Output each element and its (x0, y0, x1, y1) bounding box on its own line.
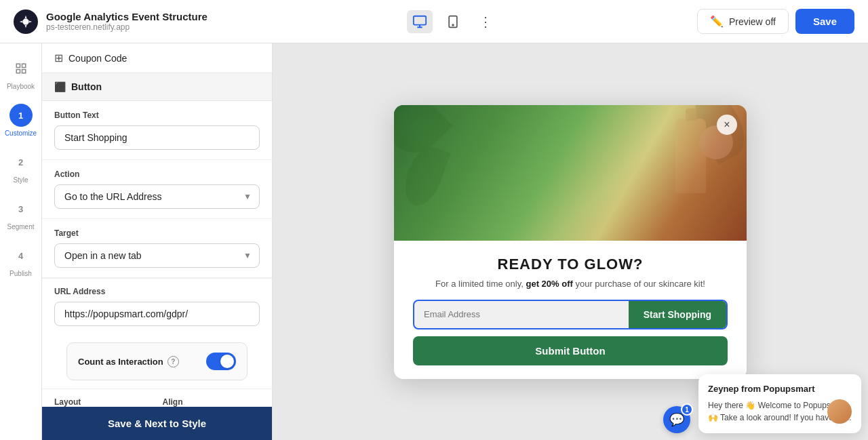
coupon-icon: ⊞ (54, 52, 63, 64)
image-bg (394, 105, 747, 241)
action-section: Action Go to the URL Address ▼ (42, 160, 272, 219)
button-text-section: Button Text (42, 101, 272, 160)
svg-rect-5 (22, 64, 25, 67)
sidebar-item-publish[interactable]: 4 Publish (0, 237, 41, 284)
sidebar-label-customize: Customize (5, 129, 37, 137)
publish-icon: 4 (9, 244, 33, 267)
header-left: Google Analytics Event Structure ps-test… (14, 9, 208, 34)
url-section: URL Address (42, 278, 272, 334)
button-text-label: Button Text (54, 111, 260, 120)
button-header-row: ⬛ Button (42, 73, 272, 101)
header-title: Google Analytics Event Structure (46, 11, 208, 22)
left-panel: ⊞ Coupon Code ⬛ Button Button Text Actio… (42, 43, 273, 440)
interaction-label: Count as Interaction (78, 357, 163, 367)
interaction-box: Count as Interaction ? (66, 342, 248, 380)
popup-input-row: [LU...] ⧉ 🗑 Start Shopping (413, 300, 728, 329)
url-input[interactable] (54, 302, 260, 326)
action-label: Action (54, 169, 260, 179)
sidebar-item-customize[interactable]: 1 Customize (0, 97, 41, 144)
desktop-view-button[interactable] (407, 10, 433, 33)
svg-point-3 (452, 24, 454, 26)
action-select-wrapper: Go to the URL Address ▼ (54, 184, 260, 209)
sidebar-item-playbook[interactable]: Playbook (0, 50, 41, 97)
app-logo (14, 9, 38, 34)
sidebar-label-playbook: Playbook (7, 83, 35, 90)
chat-badge: 1 (681, 403, 693, 416)
segment-icon: 3 (9, 197, 33, 220)
style-icon: 2 (9, 151, 33, 174)
interaction-label-row: Count as Interaction ? (78, 356, 179, 367)
target-select[interactable]: Open in a new tab (54, 243, 260, 268)
chat-fab-button[interactable]: 💬 1 (663, 406, 690, 433)
svg-rect-1 (414, 16, 426, 24)
chat-avatar (827, 399, 852, 424)
target-select-wrapper: Open in a new tab ▼ (54, 243, 260, 268)
sidebar-item-style[interactable]: 2 Style (0, 144, 41, 191)
svg-rect-4 (16, 64, 20, 67)
popup-submit-button[interactable]: Submit Button (413, 336, 728, 365)
popup-start-shopping-button[interactable]: Start Shopping (629, 301, 726, 328)
preview-off-button[interactable]: ✏️ Preview off (697, 9, 789, 34)
target-label: Target (54, 228, 260, 238)
svg-point-0 (22, 18, 28, 24)
layout-align-row: Layout ↔ ↕ Align Left Center Right (42, 388, 272, 407)
header-title-block: Google Analytics Event Structure ps-test… (46, 11, 208, 32)
interaction-section-wrapper: Count as Interaction ? (42, 334, 272, 388)
header-subtitle: ps-testceren.netlify.app (46, 22, 208, 32)
save-next-button[interactable]: Save & Next to Style (42, 407, 272, 440)
popup-image (394, 105, 747, 241)
customize-icon: 1 (9, 104, 33, 127)
popup-title: READY TO GLOW? (413, 256, 728, 273)
svg-rect-6 (16, 70, 20, 73)
coupon-label: Coupon Code (68, 53, 127, 64)
save-button[interactable]: Save (795, 9, 854, 34)
sidebar-label-style: Style (13, 176, 28, 184)
help-icon[interactable]: ? (167, 356, 179, 367)
popup-subtitle: For a limited time only, get 20% off you… (413, 279, 728, 289)
popup-body: READY TO GLOW? For a limited time only, … (394, 241, 747, 379)
popup-start-btn-wrapper: [LU...] ⧉ 🗑 Start Shopping (629, 301, 726, 328)
interaction-row: Count as Interaction ? (78, 353, 236, 370)
layout-block: Layout ↔ ↕ (54, 397, 152, 407)
target-section: Target Open in a new tab ▼ (42, 219, 272, 278)
sidebar-label-segment: Segment (7, 223, 34, 231)
header-right: ✏️ Preview off Save (697, 9, 854, 34)
button-section: ⬛ Button Button Text Action Go to the UR… (42, 73, 272, 407)
coupon-code-row[interactable]: ⊞ Coupon Code (42, 43, 272, 73)
mobile-view-button[interactable] (441, 10, 465, 33)
main: Playbook 1 Customize 2 Style 3 Segment 4… (0, 43, 868, 440)
align-block: Align Left Center Right (163, 397, 260, 407)
layout-label: Layout (54, 397, 152, 407)
button-header-icon: ⬛ (54, 81, 66, 92)
chat-header: Zeynep from Popupsmart (708, 384, 852, 394)
align-label: Align (163, 397, 260, 407)
more-options-button[interactable]: ⋮ (473, 11, 498, 33)
chat-message-area: Zeynep from Popupsmart Hey there 👋 Welco… (708, 384, 852, 424)
header: Google Analytics Event Structure ps-test… (0, 0, 868, 43)
popup-card: × READY TO GLOW? For a limited time only… (394, 105, 747, 379)
url-label: URL Address (54, 287, 260, 296)
sidebar: Playbook 1 Customize 2 Style 3 Segment 4… (0, 43, 42, 440)
svg-rect-7 (22, 70, 25, 73)
sidebar-item-segment[interactable]: 3 Segment (0, 191, 41, 237)
button-text-input[interactable] (54, 125, 260, 150)
popup-email-input[interactable] (414, 301, 629, 328)
popup-close-button[interactable]: × (717, 115, 737, 135)
action-select[interactable]: Go to the URL Address (54, 184, 260, 209)
preview-area: × READY TO GLOW? For a limited time only… (273, 43, 868, 440)
preview-icon: ✏️ (710, 15, 724, 28)
chat-widget: Zeynep from Popupsmart Hey there 👋 Welco… (698, 374, 861, 433)
preview-off-label: Preview off (729, 16, 776, 27)
header-center: ⋮ (407, 10, 498, 33)
playbook-icon (9, 57, 33, 80)
toggle-knob (220, 355, 234, 368)
sidebar-label-publish: Publish (9, 270, 32, 277)
button-header-label: Button (71, 81, 102, 92)
interaction-toggle[interactable] (206, 353, 236, 370)
